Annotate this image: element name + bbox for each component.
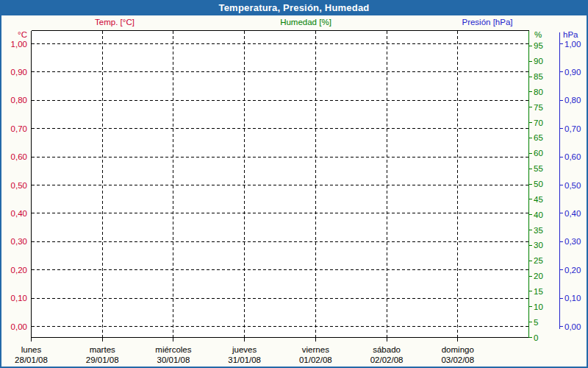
y-axis-humidity-tick-label: 35 <box>534 226 543 235</box>
y-axis-temp-unit-label: °C <box>18 30 27 39</box>
y-axis-pressure-tick-label: 0,60 <box>564 152 581 161</box>
x-axis-day-label: viernes <box>302 345 329 354</box>
y-axis-temp-tick-label: 0,00 <box>11 322 27 331</box>
y-axis-temp-tick-label: 1,00 <box>11 40 27 49</box>
y-axis-humidity-tick-label: 15 <box>534 287 543 296</box>
y-axis-pressure-tick-label: 1,00 <box>564 40 581 49</box>
y-axis-humidity-tick-label: 30 <box>534 241 543 250</box>
y-axis-temp-tick-label: 0,40 <box>11 209 27 218</box>
x-axis-date-label: 31/01/08 <box>228 355 261 364</box>
chart-window: Temperatura, Presión, Humedad Temp. [°C]… <box>0 0 588 368</box>
x-axis-date-label: 01/02/08 <box>299 355 332 364</box>
y-axis-humidity-tick-label: 55 <box>534 164 543 173</box>
y-axis-humidity-tick-label: 80 <box>534 88 543 96</box>
y-axis-temp-tick-label: 0,10 <box>11 294 27 302</box>
y-axis-temp-tick-label: 0,20 <box>11 266 27 275</box>
y-axis-pressure-tick-label: 0,00 <box>564 322 581 331</box>
y-axis-temp-tick-label: 0,30 <box>11 237 27 246</box>
x-axis-date-label: 30/01/08 <box>157 355 190 364</box>
y-axis-humidity-tick-label: 5 <box>534 318 538 327</box>
y-axis-humidity-tick-label: 50 <box>534 180 543 188</box>
y-axis-pressure-tick-label: 0,50 <box>564 181 581 190</box>
chart-canvas: 1,001,000,900,900,800,800,700,700,600,60… <box>0 0 588 368</box>
y-axis-humidity-tick-label: 95 <box>534 41 543 50</box>
y-axis-temp-tick-label: 0,60 <box>11 152 27 161</box>
y-axis-humidity-tick-label: 75 <box>534 103 543 112</box>
x-axis-day-label: domingo <box>442 345 474 354</box>
y-axis-humidity-tick-label: 85 <box>534 72 543 81</box>
y-axis-humidity-tick-label: 0 <box>534 333 538 342</box>
x-axis-date-label: 02/02/08 <box>370 355 404 364</box>
y-axis-pressure-tick-label: 0,90 <box>564 68 581 77</box>
y-axis-pressure-tick-label: 0,10 <box>564 294 581 302</box>
y-axis-humidity-tick-label: 25 <box>534 256 543 265</box>
plot-area <box>32 31 529 338</box>
x-axis-day-label: lunes <box>21 345 42 354</box>
y-axis-pressure-tick-label: 0,20 <box>564 266 581 275</box>
x-axis-day-label: jueves <box>232 345 257 354</box>
y-axis-humidity-tick-label: 90 <box>534 57 543 66</box>
x-axis-day-label: martes <box>90 345 115 354</box>
y-axis-temp-tick-label: 0,80 <box>11 96 27 105</box>
y-axis-pressure-tick-label: 0,40 <box>564 209 581 218</box>
x-axis-day-label: sábado <box>373 345 401 354</box>
y-axis-pressure-tick-label: 0,80 <box>564 96 581 105</box>
y-axis-humidity-tick-label: 65 <box>534 133 543 142</box>
y-axis-humidity-unit-label: % <box>534 30 542 39</box>
y-axis-temp-tick-label: 0,50 <box>11 181 27 190</box>
y-axis-humidity-tick-label: 45 <box>534 195 543 204</box>
y-axis-temp-tick-label: 0,70 <box>11 124 27 133</box>
y-axis-pressure-tick-label: 0,70 <box>564 124 581 133</box>
y-axis-humidity-tick-label: 10 <box>534 302 543 311</box>
y-axis-humidity-tick-label: 60 <box>534 149 543 158</box>
y-axis-humidity-tick-label: 70 <box>534 118 543 127</box>
y-axis-temp-tick-label: 0,90 <box>11 68 27 77</box>
y-axis-humidity-tick-label: 20 <box>534 272 543 280</box>
y-axis-pressure-tick-label: 0,30 <box>564 237 581 246</box>
x-axis-date-label: 03/02/08 <box>441 355 474 364</box>
y-axis-pressure-unit-label: hPa <box>563 30 578 39</box>
y-axis-humidity-tick-label: 40 <box>534 210 543 219</box>
x-axis-date-label: 29/01/08 <box>86 355 119 364</box>
x-axis-day-label: miércoles <box>155 345 191 354</box>
x-axis-date-label: 28/01/08 <box>15 355 48 364</box>
